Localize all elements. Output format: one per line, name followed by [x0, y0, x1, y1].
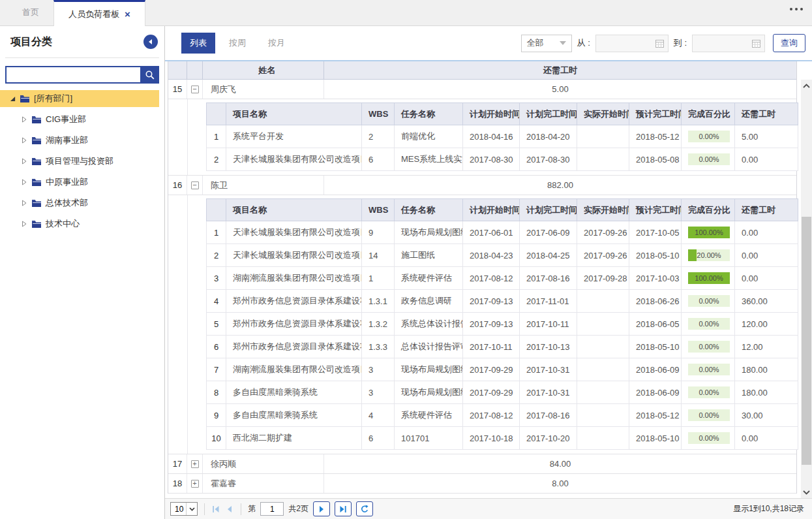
- search-icon: [145, 70, 155, 80]
- person-remaining-hours: 882.00: [324, 176, 796, 195]
- task-table: 项目名称WBS任务名称计划开始时间计划完工时间实际开始时间预计完工时间完成百分比…: [206, 198, 798, 450]
- folder-icon: [31, 199, 42, 208]
- actual-start-date-cell: [577, 313, 629, 336]
- wbs-cell: 14: [362, 244, 395, 267]
- plan-end-date-cell: 2017-10-31: [520, 381, 577, 404]
- chevron-down-icon: [186, 503, 197, 515]
- more-options-icon[interactable]: [790, 8, 803, 10]
- collapse-row-icon[interactable]: −: [191, 86, 199, 93]
- tree-collapsed-icon[interactable]: [21, 200, 27, 206]
- vertical-scrollbar[interactable]: [801, 80, 812, 498]
- task-row: 2天津长城服装集团有限公司改造项目14施工图纸2018-04-232018-04…: [207, 244, 798, 267]
- tab-personnel-load[interactable]: 人员负荷看板 ×: [53, 0, 145, 26]
- tree-node-department[interactable]: 湖南事业部: [0, 132, 164, 149]
- remaining-hours-cell: 0.00: [735, 267, 798, 290]
- tree-node-label: 项目管理与投资部: [46, 155, 113, 167]
- tree-node-all-departments[interactable]: [所有部门]: [0, 90, 159, 107]
- last-page-button[interactable]: [335, 501, 352, 516]
- expected-end-date-cell: 2018-05-10: [629, 336, 682, 358]
- chevron-down-icon: [560, 41, 566, 45]
- progress-bar: 20.00%: [688, 249, 730, 261]
- row-number: 17: [168, 454, 187, 473]
- tree-collapsed-icon[interactable]: [21, 137, 27, 144]
- expand-row-icon[interactable]: +: [191, 460, 199, 468]
- plan-start-date-cell: 2017-10-11: [463, 336, 520, 358]
- plan-start-date-cell: 2018-04-16: [463, 125, 520, 148]
- scope-select[interactable]: 全部: [521, 35, 572, 52]
- tree-node-label: [所有部门]: [34, 93, 72, 104]
- tree-collapsed-icon[interactable]: [21, 116, 27, 123]
- expander-header: [187, 61, 203, 79]
- tree-node-department[interactable]: 中原事业部: [0, 174, 164, 191]
- scroll-up-icon[interactable]: [801, 80, 812, 91]
- toolbar: 列表 按周 按月 全部 从 :: [165, 26, 812, 60]
- project-name-cell: 郑州市政务信息资源目录体系建设项目: [226, 290, 362, 313]
- project-name-cell: 多自由度黑暗乘骑系统: [226, 381, 362, 404]
- task-seq-cell: 10: [207, 427, 226, 450]
- tree-node-department[interactable]: CIG事业部: [0, 111, 164, 128]
- page-label: 第: [248, 503, 256, 514]
- tree-node-label: CIG事业部: [46, 114, 86, 125]
- wbs-cell: 1.3.1: [362, 290, 395, 313]
- scroll-thumb[interactable]: [802, 217, 811, 465]
- tree-collapsed-icon[interactable]: [21, 158, 27, 165]
- plan-start-date-cell: 2018-04-23: [463, 244, 520, 267]
- actual-start-date-cell: [577, 427, 629, 450]
- query-button[interactable]: 查询: [773, 34, 805, 52]
- tree-collapsed-icon[interactable]: [21, 179, 27, 185]
- remaining-hours-cell: 0.00: [735, 244, 798, 267]
- tree-expanded-icon[interactable]: [9, 96, 16, 102]
- actual-start-date-cell: [577, 336, 629, 358]
- tab-home[interactable]: 首页: [8, 0, 53, 25]
- view-tab-month[interactable]: 按月: [260, 33, 293, 54]
- main-panel: 列表 按周 按月 全部 从 :: [165, 26, 812, 519]
- plan-end-date-cell: 2017-10-13: [520, 336, 577, 358]
- expected-end-date-cell: 2017-10-05: [629, 221, 682, 244]
- remaining-hours-cell: 360.00: [735, 290, 798, 313]
- tree-node-department[interactable]: 技术中心: [0, 215, 164, 232]
- remaining-hours-cell: 30.00: [735, 404, 798, 427]
- expand-row-icon[interactable]: +: [191, 480, 199, 488]
- scroll-down-icon[interactable]: [801, 486, 812, 498]
- page-size-select[interactable]: 10: [170, 502, 198, 516]
- previous-page-button[interactable]: [225, 505, 234, 514]
- task-seq-cell: 7: [207, 358, 226, 381]
- plan-start-date-cell: 2017-08-12: [463, 267, 520, 290]
- view-tab-list[interactable]: 列表: [181, 33, 215, 54]
- personnel-grid: 姓名 还需工时 15−周庆飞5.00项目名称WBS任务名称计划开始时间计划完工时…: [168, 61, 797, 494]
- close-tab-icon[interactable]: ×: [125, 9, 130, 19]
- refresh-button[interactable]: [356, 501, 373, 516]
- page-number-input[interactable]: [260, 502, 284, 516]
- date-from-input[interactable]: [595, 35, 669, 52]
- task-table-header: 项目名称WBS任务名称计划开始时间计划完工时间实际开始时间预计完工时间完成百分比…: [207, 199, 798, 221]
- task-seq-cell: 4: [207, 290, 226, 313]
- name-column-header: 姓名: [203, 61, 324, 79]
- search-button[interactable]: [140, 66, 159, 84]
- percent-complete-cell: 0.00%: [682, 358, 735, 381]
- tree-node-department[interactable]: 项目管理与投资部: [0, 153, 164, 170]
- person-name: 陈卫: [203, 176, 324, 195]
- tree-node-label: 总体技术部: [46, 197, 88, 209]
- percent-complete-cell: 0.00%: [682, 148, 735, 171]
- remaining-hours-cell: 120.00: [735, 313, 798, 336]
- plan-start-date-cell: 2017-08-12: [463, 404, 520, 427]
- date-to-input[interactable]: [692, 35, 765, 52]
- date-to-label: 到 :: [674, 37, 687, 49]
- collapse-row-icon[interactable]: −: [191, 181, 199, 189]
- plan-end-date-cell: 2017-08-16: [520, 404, 577, 427]
- person-name: 徐丙顺: [203, 454, 324, 473]
- tab-bar: 首页 人员负荷看板 ×: [0, 0, 812, 26]
- progress-bar: 0.00%: [688, 295, 730, 307]
- tree-search-input[interactable]: [5, 66, 140, 84]
- next-page-button[interactable]: [313, 501, 330, 516]
- actual-start-date-cell: [577, 125, 629, 148]
- view-tab-week[interactable]: 按周: [220, 33, 254, 54]
- collapse-sidebar-button[interactable]: [143, 35, 158, 49]
- tree-collapsed-icon[interactable]: [21, 221, 27, 227]
- wbs-cell: 4: [362, 404, 395, 427]
- first-page-button[interactable]: [211, 505, 220, 514]
- plan-start-date-cell: 2017-09-13: [463, 290, 520, 313]
- project-name-cell: 多自由度黑暗乘骑系统: [226, 404, 362, 427]
- tree-node-department[interactable]: 总体技术部: [0, 195, 164, 212]
- person-name: 霍嘉睿: [203, 474, 324, 493]
